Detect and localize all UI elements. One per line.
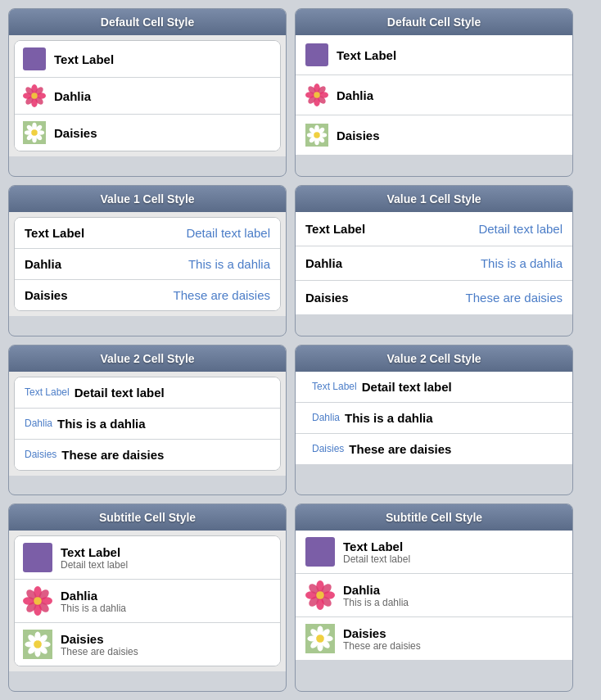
dahlia-icon xyxy=(23,586,52,616)
svg-point-62 xyxy=(34,640,42,648)
value2-cell-style-right: Value 2 Cell Style Text Label Detail tex… xyxy=(295,345,573,496)
cell-label: Daisies xyxy=(305,291,349,305)
default-list-left: Text Label xyxy=(14,40,281,151)
cell-label: Daisies xyxy=(25,288,68,302)
table-row[interactable]: Daisies xyxy=(15,115,280,151)
table-row[interactable]: Daisies These are daisies xyxy=(15,623,280,666)
table-row[interactable]: Daisies These are daisies xyxy=(296,434,572,464)
table-row[interactable]: Dahlia This is a dahlia xyxy=(296,403,572,434)
cell-detail: Detail text label xyxy=(186,226,270,240)
table-row[interactable]: Dahlia This is a dahlia xyxy=(15,580,280,623)
table-row[interactable]: Text Label Detail text label xyxy=(15,218,280,249)
panel-body: Text Label Detail text label xyxy=(296,531,572,660)
panel-header-value1-right: Value 1 Cell Style xyxy=(296,186,572,212)
panel-header-default-left: Default Cell Style xyxy=(9,9,286,35)
cell-label: These are daisies xyxy=(349,442,451,456)
cell-subtitle: Detail text label xyxy=(343,553,410,565)
subtitle-text-group: Dahlia This is a dahlia xyxy=(61,589,126,614)
table-row[interactable]: Dahlia xyxy=(296,75,572,115)
panel-body: Text Label Dahlia xyxy=(296,35,572,155)
purple-square-icon xyxy=(23,47,46,70)
panel-body: Text Label Detail text label Dahlia This… xyxy=(9,212,286,316)
cell-label: Daisies xyxy=(54,126,97,140)
subtitle-text-group: Text Label Detail text label xyxy=(343,540,410,565)
panel-body: Text Label xyxy=(9,35,286,156)
daisies-icon xyxy=(23,121,46,144)
panel-title: Subtitle Cell Style xyxy=(386,511,482,524)
table-row[interactable]: Daisies These are daisies xyxy=(296,281,572,314)
default-cell-style-right: Default Cell Style Text Label xyxy=(295,8,573,177)
table-row[interactable]: Daisies xyxy=(296,115,572,155)
table-row[interactable]: Text Label Detail text label xyxy=(15,536,280,580)
table-row[interactable]: Dahlia This is a dahlia xyxy=(15,249,280,280)
cell-sublabel: Text Label xyxy=(312,381,357,392)
panel-title: Value 2 Cell Style xyxy=(100,352,194,365)
dahlia-icon xyxy=(305,580,335,610)
cell-label: Text Label xyxy=(305,222,365,236)
purple-square-icon xyxy=(23,543,52,572)
cell-detail: These are daisies xyxy=(174,288,270,302)
table-row[interactable]: Text Label Detail text label xyxy=(15,377,280,409)
svg-point-72 xyxy=(316,591,324,599)
cell-sublabel: Text Label xyxy=(25,386,70,398)
subtitle-text-group: Daisies These are daisies xyxy=(61,632,138,657)
value2-list-left: Text Label Detail text label Dahlia This… xyxy=(14,377,281,471)
svg-point-20 xyxy=(31,129,37,135)
cell-detail: This is a dahlia xyxy=(188,257,270,271)
value2-cell-style-left: Value 2 Cell Style Text Label Detail tex… xyxy=(8,345,287,496)
panel-header-value2-right: Value 2 Cell Style xyxy=(296,345,572,372)
svg-point-41 xyxy=(314,132,319,138)
table-row[interactable]: Text Label Detail text label xyxy=(296,212,572,246)
cell-label: Dahlia xyxy=(343,583,409,597)
cell-detail: Detail text label xyxy=(478,222,563,236)
table-row[interactable]: Dahlia xyxy=(15,78,280,115)
panel-body: Text Label Detail text label xyxy=(9,531,286,671)
panel-body: Text Label Detail text label Dahlia This… xyxy=(9,372,286,476)
table-row[interactable]: Dahlia This is a dahlia xyxy=(296,246,572,281)
cell-label: Daisies xyxy=(343,626,421,640)
default-cell-style-left: Default Cell Style Text Label xyxy=(8,8,287,177)
table-row[interactable]: Text Label Detail text label xyxy=(296,372,572,403)
table-row[interactable]: Daisies These are daisies xyxy=(15,440,280,470)
cell-sublabel: Dahlia xyxy=(25,418,52,429)
dahlia-icon xyxy=(305,84,328,106)
panel-header-default-right: Default Cell Style xyxy=(296,9,572,35)
value1-list-left: Text Label Detail text label Dahlia This… xyxy=(14,217,281,311)
cell-detail: This is a dahlia xyxy=(481,256,563,270)
table-row[interactable]: Dahlia This is a dahlia xyxy=(15,409,280,440)
cell-label: Text Label xyxy=(343,540,410,553)
subtitle-text-group: Text Label Detail text label xyxy=(61,545,128,571)
subtitle-cell-style-right: Subtitle Cell Style Text Label Detail te… xyxy=(295,504,573,692)
table-row[interactable]: Text Label xyxy=(15,41,280,78)
table-row[interactable]: Daisies These are daisies xyxy=(296,617,572,660)
panel-title: Default Cell Style xyxy=(101,16,194,29)
panel-header-subtitle-right: Subtitle Cell Style xyxy=(296,504,572,531)
cell-detail: These are daisies xyxy=(466,291,563,305)
panel-body: Text Label Detail text label Dahlia This… xyxy=(296,212,572,314)
cell-label: This is a dahlia xyxy=(345,411,433,425)
cell-subtitle: This is a dahlia xyxy=(343,597,409,608)
svg-point-51 xyxy=(34,597,42,605)
subtitle-list-left: Text Label Detail text label xyxy=(14,535,281,666)
cell-subtitle: These are daisies xyxy=(343,640,421,652)
panel-header-value2-left: Value 2 Cell Style xyxy=(9,345,286,372)
cell-label: Text Label xyxy=(61,545,128,559)
cell-sublabel: Daisies xyxy=(25,449,56,460)
table-row[interactable]: Dahlia This is a dahlia xyxy=(296,574,572,617)
daisies-icon xyxy=(23,630,52,659)
cell-label: Detail text label xyxy=(362,380,452,394)
purple-square-icon xyxy=(305,537,335,567)
cell-label: Detail text label xyxy=(75,386,165,400)
svg-point-30 xyxy=(314,92,319,97)
panel-title: Default Cell Style xyxy=(387,16,481,29)
cell-sublabel: Dahlia xyxy=(312,412,340,423)
cell-sublabel: Daisies xyxy=(312,443,344,454)
panel-header-subtitle-left: Subtitle Cell Style xyxy=(9,504,286,531)
table-row[interactable]: Text Label Detail text label xyxy=(296,531,572,574)
table-row[interactable]: Daisies These are daisies xyxy=(15,280,280,310)
cell-label: Daisies xyxy=(61,632,138,646)
value1-cell-style-left: Value 1 Cell Style Text Label Detail tex… xyxy=(8,185,287,336)
panel-title: Value 1 Cell Style xyxy=(386,192,481,205)
subtitle-text-group: Daisies These are daisies xyxy=(343,626,421,652)
table-row[interactable]: Text Label xyxy=(296,35,572,75)
